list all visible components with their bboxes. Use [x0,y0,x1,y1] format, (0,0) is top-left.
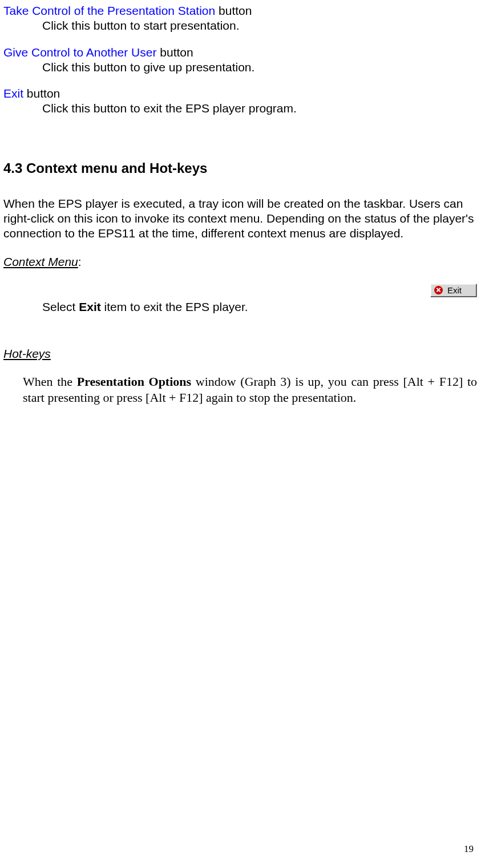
def-description: Click this button to exit the EPS player… [42,101,477,116]
def-title-blue: Take Control of the Presentation Station [3,4,215,17]
context-menu-label: Context Menu [3,255,78,268]
context-menu-colon: : [78,255,82,268]
def-title-suffix: button [156,46,193,59]
def-description: Click this button to start presentation. [42,18,477,33]
hotkeys-pre: When the [23,374,77,389]
select-exit-line: Select Exit item to exit the EPS player. [42,300,477,314]
def-title-blue: Give Control to Another User [3,46,156,59]
def-description: Click this button to give up presentatio… [42,60,477,75]
hotkeys-label: Hot-keys [3,347,51,360]
definition-item: Give Control to Another User button Clic… [3,45,477,75]
select-bold: Exit [79,300,101,313]
hotkeys-bold: Presentation Options [77,374,191,389]
def-title-blue: Exit [3,87,23,100]
select-pre: Select [42,300,79,313]
hotkeys-paragraph: When the Presentation Options window (Gr… [23,374,477,405]
def-title-suffix: button [215,4,252,17]
exit-graphic-label: Exit [447,285,462,296]
exit-menu-item-graphic: Exit [430,284,477,298]
section-heading: 4.3 Context menu and Hot-keys [3,160,477,177]
section-paragraph: When the EPS player is executed, a tray … [3,196,477,241]
page-number: 19 [464,843,474,855]
definition-item: Exit button Click this button to exit th… [3,86,477,116]
def-title-suffix: button [23,87,60,100]
definition-item: Take Control of the Presentation Station… [3,3,477,34]
select-post: item to exit the EPS player. [101,300,248,313]
exit-icon [434,286,443,294]
